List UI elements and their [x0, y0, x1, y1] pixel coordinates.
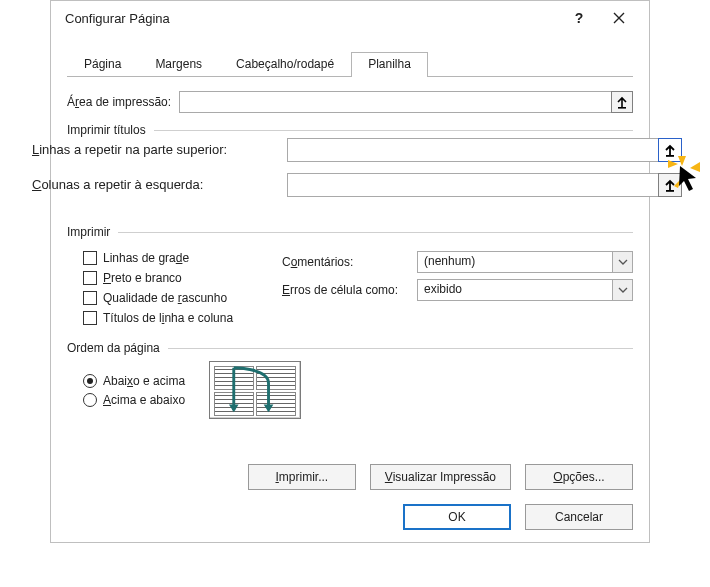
- cols-to-repeat-input[interactable]: [287, 173, 659, 197]
- radio-dot: [83, 374, 97, 388]
- group-rule: [154, 130, 633, 131]
- close-icon: [613, 12, 625, 24]
- checkbox-box: [83, 271, 97, 285]
- collapse-icon: [616, 95, 628, 109]
- group-page-order: Ordem da página: [67, 341, 633, 355]
- tab-pagina[interactable]: Página: [67, 52, 138, 76]
- checkbox-box: [83, 311, 97, 325]
- collapse-range-button[interactable]: [658, 173, 682, 197]
- checkbox-label: Preto e branco: [103, 271, 182, 285]
- button-label: Visualizar Impressão: [385, 470, 496, 484]
- button-label: OK: [448, 510, 465, 524]
- group-title: Imprimir títulos: [67, 123, 146, 137]
- comments-select[interactable]: (nenhum): [417, 251, 633, 273]
- options-button[interactable]: Opções...: [525, 464, 633, 490]
- print-button[interactable]: Imprimir...: [248, 464, 356, 490]
- svg-rect-1: [666, 155, 674, 157]
- print-area-input[interactable]: [179, 91, 612, 113]
- checkbox-label: Títulos de linha e coluna: [103, 311, 233, 325]
- group-print: Imprimir: [67, 225, 633, 239]
- svg-rect-0: [618, 107, 626, 109]
- group-title: Ordem da página: [67, 341, 160, 355]
- rows-to-repeat-label: Linhas a repetir na parte superior:: [32, 142, 227, 157]
- checkbox-black-white[interactable]: Preto e branco: [83, 271, 258, 285]
- collapse-icon: [664, 178, 676, 192]
- chevron-down-icon: [613, 251, 633, 273]
- radio-label: Abaixo e acima: [103, 374, 185, 388]
- tab-label: Planilha: [368, 57, 411, 71]
- checkbox-gridlines[interactable]: Linhas de grade: [83, 251, 258, 265]
- help-button[interactable]: ?: [559, 4, 599, 32]
- group-rule: [118, 232, 633, 233]
- button-label: Imprimir...: [275, 470, 328, 484]
- svg-marker-5: [690, 162, 700, 172]
- print-preview-button[interactable]: Visualizar Impressão: [370, 464, 511, 490]
- print-area-label: Área de impressão:: [67, 95, 171, 109]
- tab-label: Margens: [155, 57, 202, 71]
- chevron-down-icon: [613, 279, 633, 301]
- checkbox-row-col-headings[interactable]: Títulos de linha e coluna: [83, 311, 258, 325]
- tab-content-planilha: Área de impressão: Imprimir títulos Impr…: [51, 77, 649, 419]
- tab-cabecalho-rodape[interactable]: Cabeçalho/rodapé: [219, 52, 351, 76]
- select-value: exibido: [417, 279, 613, 301]
- page-setup-dialog: Configurar Página ? Página Margens Cabeç…: [50, 0, 650, 543]
- button-label: Opções...: [553, 470, 604, 484]
- ok-button[interactable]: OK: [403, 504, 511, 530]
- tab-margens[interactable]: Margens: [138, 52, 219, 76]
- tab-label: Cabeçalho/rodapé: [236, 57, 334, 71]
- checkbox-box: [83, 251, 97, 265]
- help-icon: ?: [575, 10, 584, 26]
- checkbox-label: Linhas de grade: [103, 251, 189, 265]
- tab-bar: Página Margens Cabeçalho/rodapé Planilha: [67, 51, 633, 77]
- tab-planilha[interactable]: Planilha: [351, 52, 428, 77]
- action-buttons: Imprimir... Visualizar Impressão Opções.…: [248, 464, 633, 490]
- page-order-arrow-icon: [210, 362, 300, 418]
- radio-dot: [83, 393, 97, 407]
- collapse-range-button[interactable]: [658, 138, 682, 162]
- group-print-titles: Imprimir títulos: [67, 123, 633, 137]
- cell-errors-label: Erros de célula como:: [282, 283, 417, 297]
- collapse-range-button[interactable]: [611, 91, 633, 113]
- checkbox-label: Qualidade de rascunho: [103, 291, 227, 305]
- group-title: Imprimir: [67, 225, 110, 239]
- page-order-preview: [209, 361, 301, 419]
- radio-over-then-down[interactable]: Acima e abaixo: [83, 393, 185, 407]
- tab-label: Página: [84, 57, 121, 71]
- radio-down-then-over[interactable]: Abaixo e acima: [83, 374, 185, 388]
- rows-to-repeat-row: Linhas a repetir na parte superior:: [32, 142, 682, 157]
- close-button[interactable]: [599, 4, 639, 32]
- dialog-title: Configurar Página: [65, 11, 559, 26]
- radio-label: Acima e abaixo: [103, 393, 185, 407]
- svg-rect-2: [666, 190, 674, 192]
- comments-label: Comentários:: [282, 255, 417, 269]
- cell-errors-select[interactable]: exibido: [417, 279, 633, 301]
- group-rule: [168, 348, 633, 349]
- dialog-commit-buttons: OK Cancelar: [403, 504, 633, 530]
- checkbox-draft-quality[interactable]: Qualidade de rascunho: [83, 291, 258, 305]
- select-value: (nenhum): [417, 251, 613, 273]
- cols-to-repeat-row: Colunas a repetir à esquerda:: [32, 177, 682, 192]
- titlebar: Configurar Página ?: [51, 1, 649, 35]
- collapse-icon: [664, 143, 676, 157]
- print-area-row: Área de impressão:: [67, 91, 633, 113]
- cols-to-repeat-label: Colunas a repetir à esquerda:: [32, 177, 203, 192]
- cancel-button[interactable]: Cancelar: [525, 504, 633, 530]
- rows-to-repeat-input[interactable]: [287, 138, 659, 162]
- button-label: Cancelar: [555, 510, 603, 524]
- checkbox-box: [83, 291, 97, 305]
